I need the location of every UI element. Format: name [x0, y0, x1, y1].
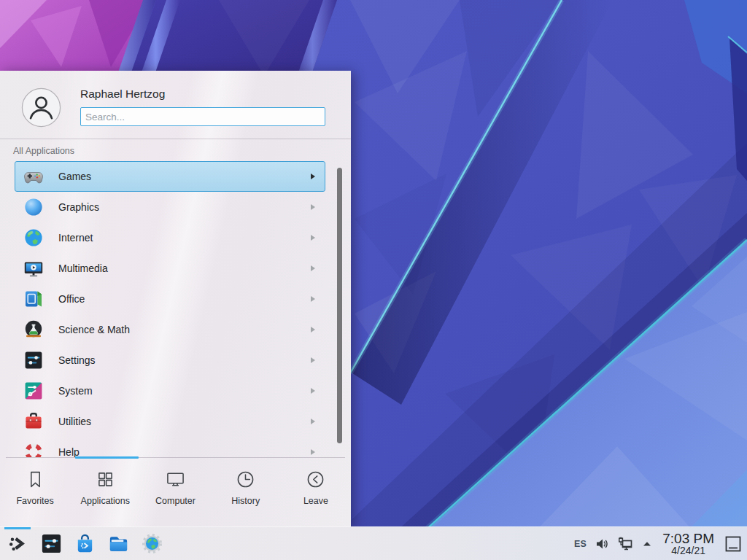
- category-internet[interactable]: Internet: [15, 222, 325, 253]
- digital-clock[interactable]: 7:03 PM 4/24/21: [662, 532, 714, 556]
- scrollbar[interactable]: [337, 168, 342, 443]
- submenu-arrow-icon: [311, 357, 315, 363]
- submenu-arrow-icon: [311, 388, 315, 394]
- konqueror-launcher-button[interactable]: [140, 527, 163, 560]
- category-label: Games: [58, 171, 91, 182]
- tab-label: Computer: [155, 496, 196, 506]
- category-label: System: [58, 385, 93, 397]
- gamepad-icon: [23, 166, 44, 187]
- sliders-icon: [23, 350, 44, 370]
- category-help[interactable]: Help: [15, 437, 325, 457]
- app-grid-icon: [96, 470, 115, 489]
- dolphin-launcher-button[interactable]: [107, 527, 130, 560]
- category-label: Office: [58, 293, 85, 305]
- tab-label: Leave: [303, 496, 328, 506]
- category-settings[interactable]: Settings: [15, 345, 325, 376]
- header-divider: [0, 139, 351, 139]
- globe-icon: [23, 228, 44, 248]
- category-list: Games Graphics Internet: [0, 161, 351, 457]
- category-utilities[interactable]: Utilities: [15, 406, 325, 437]
- desktop: Raphael Hertzog All Applications Games: [0, 0, 747, 560]
- clock-date: 4/24/21: [662, 545, 714, 556]
- active-tab-indicator: [75, 456, 139, 459]
- submenu-arrow-icon: [311, 419, 315, 424]
- category-label: Internet: [58, 232, 93, 244]
- submenu-arrow-icon: [311, 174, 315, 179]
- tab-applications[interactable]: Applications: [70, 459, 140, 526]
- submenu-arrow-icon: [311, 265, 315, 271]
- kickoff-launcher-button[interactable]: [6, 527, 29, 560]
- tab-label: History: [231, 496, 260, 506]
- network-icon[interactable]: [617, 536, 633, 552]
- taskbar-panel: ES 7:03 PM 4/24/21: [0, 526, 747, 560]
- document-icon: [23, 289, 44, 309]
- tab-favorites[interactable]: Favorites: [0, 459, 70, 526]
- tab-history[interactable]: History: [211, 459, 281, 526]
- discover-launcher-button[interactable]: [73, 527, 96, 560]
- lifebuoy-icon: [23, 442, 44, 457]
- user-avatar-icon: [21, 88, 61, 128]
- monitor-play-icon: [23, 258, 44, 279]
- category-multimedia[interactable]: Multimedia: [15, 253, 325, 284]
- volume-icon[interactable]: [595, 537, 609, 551]
- kickoff-icon: [7, 532, 29, 555]
- bookmark-icon: [26, 470, 45, 489]
- list-divider: [6, 457, 345, 458]
- category-label: Science & Math: [58, 324, 130, 335]
- launcher-tab-bar: Favorites Applications Computer: [0, 459, 351, 526]
- submenu-arrow-icon: [311, 204, 315, 210]
- submenu-arrow-icon: [311, 449, 315, 455]
- history-clock-icon: [236, 470, 255, 489]
- category-label: Help: [58, 446, 80, 457]
- system-tray: ES 7:03 PM 4/24/21: [574, 527, 747, 560]
- category-label: Graphics: [58, 201, 99, 213]
- submenu-arrow-icon: [311, 296, 315, 302]
- category-games[interactable]: Games: [15, 161, 325, 192]
- keyboard-layout-indicator[interactable]: ES: [574, 539, 587, 549]
- category-science-math[interactable]: Science & Math: [15, 314, 325, 345]
- tab-label: Favorites: [16, 496, 53, 506]
- system-settings-launcher-button[interactable]: [39, 527, 63, 560]
- category-system[interactable]: System: [15, 376, 325, 406]
- tab-label: Applications: [81, 496, 130, 506]
- section-label: All Applications: [13, 146, 74, 156]
- search-input[interactable]: [80, 107, 325, 126]
- discover-icon: [74, 532, 96, 555]
- clock-time: 7:03 PM: [662, 532, 714, 545]
- category-label: Settings: [58, 354, 96, 366]
- flask-icon: [23, 319, 44, 340]
- expand-tray-icon[interactable]: [641, 538, 653, 550]
- user-avatar[interactable]: [21, 88, 61, 128]
- system-settings-icon: [40, 532, 63, 555]
- taskbar-launchers: [0, 527, 163, 560]
- submenu-arrow-icon: [311, 327, 315, 332]
- konqueror-icon: [141, 532, 163, 555]
- leave-icon: [306, 470, 325, 489]
- user-name: Raphael Hertzog: [80, 88, 165, 101]
- computer-icon: [166, 470, 185, 489]
- application-launcher-menu: Raphael Hertzog All Applications Games: [0, 71, 351, 526]
- category-label: Multimedia: [58, 262, 108, 274]
- show-desktop-button[interactable]: [724, 534, 743, 553]
- category-label: Utilities: [58, 416, 91, 427]
- submenu-arrow-icon: [311, 235, 315, 241]
- sphere-icon: [23, 197, 44, 217]
- tab-leave[interactable]: Leave: [281, 459, 351, 526]
- category-graphics[interactable]: Graphics: [15, 192, 325, 222]
- system-sliders-icon: [23, 381, 44, 401]
- toolbox-icon: [23, 411, 44, 432]
- category-office[interactable]: Office: [15, 284, 325, 314]
- tab-computer[interactable]: Computer: [140, 459, 210, 526]
- dolphin-folder-icon: [107, 532, 130, 555]
